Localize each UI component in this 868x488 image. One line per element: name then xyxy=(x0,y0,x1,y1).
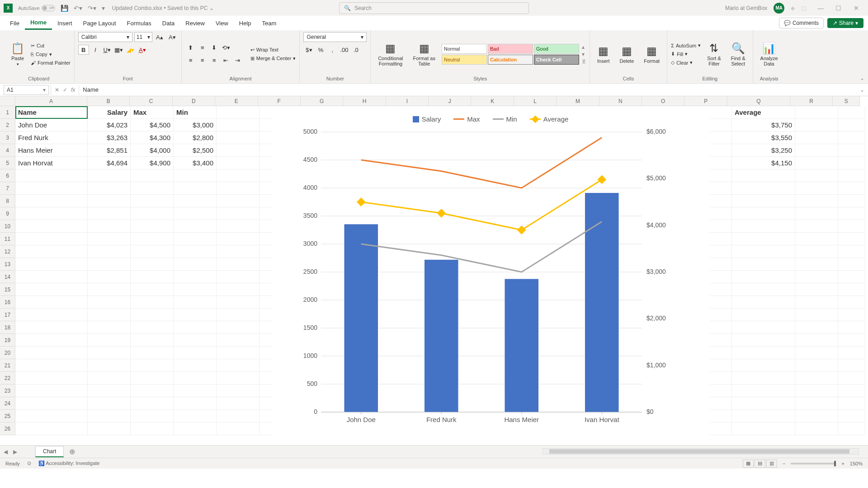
cell-C13[interactable] xyxy=(131,258,174,271)
ribbon-mode-icon[interactable]: ▢ xyxy=(801,5,806,11)
cell-E21[interactable] xyxy=(217,359,259,372)
cell-S24[interactable] xyxy=(838,397,865,410)
align-bottom-button[interactable]: ⬇ xyxy=(209,43,220,53)
cell-R2[interactable] xyxy=(795,119,838,131)
cell-E13[interactable] xyxy=(217,258,259,271)
cut-button[interactable]: ✂ Cut xyxy=(31,43,71,49)
cell-B26[interactable] xyxy=(88,422,131,435)
cell-D12[interactable] xyxy=(174,245,217,258)
row-header-10[interactable]: 10 xyxy=(0,220,15,233)
cell-E18[interactable] xyxy=(217,321,259,334)
cell-E25[interactable] xyxy=(217,410,259,422)
align-left-button[interactable]: ≡ xyxy=(185,56,196,66)
cell-B22[interactable] xyxy=(88,372,131,385)
cell-B12[interactable] xyxy=(88,245,131,258)
cell-S13[interactable] xyxy=(838,258,865,271)
cell-C26[interactable] xyxy=(131,422,174,435)
tab-data[interactable]: Data xyxy=(157,17,180,29)
col-header-E[interactable]: E xyxy=(215,96,258,106)
comma-button[interactable]: , xyxy=(327,45,338,55)
col-header-I[interactable]: I xyxy=(386,96,429,106)
cell-C25[interactable] xyxy=(131,410,174,422)
accessibility-status[interactable]: ♿ Accessibility: Investigate xyxy=(38,460,100,466)
cell-A26[interactable] xyxy=(15,422,88,435)
cell-C22[interactable] xyxy=(131,372,174,385)
delete-cells-button[interactable]: ▦Delete xyxy=(616,43,637,66)
find-select-button[interactable]: 🔍Find & Select xyxy=(727,40,749,68)
cell-D14[interactable] xyxy=(174,271,217,283)
cell-C6[interactable] xyxy=(131,169,174,182)
cell-A3[interactable]: Fred Nurk xyxy=(15,131,88,144)
col-header-S[interactable]: S xyxy=(833,96,860,106)
cell-C4[interactable]: $4,000 xyxy=(131,144,174,157)
bold-button[interactable]: B xyxy=(78,45,89,55)
sheet-nav-prev[interactable]: ◀ xyxy=(4,449,8,455)
cell-B25[interactable] xyxy=(88,410,131,422)
cell-R15[interactable] xyxy=(795,283,838,296)
cell-Q5[interactable]: $4,150 xyxy=(732,157,795,169)
cell-R13[interactable] xyxy=(795,258,838,271)
formula-input[interactable]: Name xyxy=(79,86,856,93)
cell-E2[interactable] xyxy=(217,119,259,131)
cell-Q24[interactable] xyxy=(732,397,795,410)
cell-R14[interactable] xyxy=(795,271,838,283)
cell-D8[interactable] xyxy=(174,195,217,207)
border-button[interactable]: ▦▾ xyxy=(113,45,124,55)
cell-S16[interactable] xyxy=(838,296,865,309)
cell-Q26[interactable] xyxy=(732,422,795,435)
fill-button[interactable]: ⬇ Fill ▾ xyxy=(671,51,701,57)
style-calculation[interactable]: Calculation xyxy=(488,55,533,65)
cell-R10[interactable] xyxy=(795,220,838,233)
wrap-text-button[interactable]: ↩ Wrap Text xyxy=(250,47,296,53)
tab-review[interactable]: Review xyxy=(180,17,210,29)
horizontal-scrollbar[interactable] xyxy=(542,448,859,455)
cell-E7[interactable] xyxy=(217,182,259,195)
conditional-formatting-button[interactable]: ▦Conditional Formatting xyxy=(374,40,406,68)
cell-S21[interactable] xyxy=(838,359,865,372)
cell-R12[interactable] xyxy=(795,245,838,258)
align-right-button[interactable]: ≡ xyxy=(209,56,220,66)
cell-Q6[interactable] xyxy=(732,169,795,182)
cell-E15[interactable] xyxy=(217,283,259,296)
cell-Q16[interactable] xyxy=(732,296,795,309)
row-header-11[interactable]: 11 xyxy=(0,233,15,245)
cell-R19[interactable] xyxy=(795,334,838,347)
row-header-21[interactable]: 21 xyxy=(0,359,15,372)
styles-scroll-down[interactable]: ▾ xyxy=(582,51,586,57)
cell-S8[interactable] xyxy=(838,195,865,207)
cell-E8[interactable] xyxy=(217,195,259,207)
cell-C17[interactable] xyxy=(131,309,174,321)
cell-B11[interactable] xyxy=(88,233,131,245)
cell-E12[interactable] xyxy=(217,245,259,258)
col-header-C[interactable]: C xyxy=(130,96,172,106)
cell-D26[interactable] xyxy=(174,422,217,435)
cell-B5[interactable]: $4,694 xyxy=(88,157,131,169)
style-bad[interactable]: Bad xyxy=(488,44,533,54)
autosave-switch[interactable]: Off xyxy=(42,5,55,11)
cell-Q1[interactable]: Average xyxy=(732,106,795,119)
cancel-formula-icon[interactable]: ✕ xyxy=(55,87,59,93)
tab-page-layout[interactable]: Page Layout xyxy=(78,17,122,29)
row-header-13[interactable]: 13 xyxy=(0,258,15,271)
cell-D5[interactable]: $3,400 xyxy=(174,157,217,169)
row-header-20[interactable]: 20 xyxy=(0,347,15,359)
tab-team[interactable]: Team xyxy=(257,17,282,29)
style-check-cell[interactable]: Check Cell xyxy=(534,55,579,65)
cell-Q14[interactable] xyxy=(732,271,795,283)
cell-B3[interactable]: $3,263 xyxy=(88,131,131,144)
zoom-out-button[interactable]: − xyxy=(783,461,785,466)
cell-A23[interactable] xyxy=(15,385,88,397)
cell-S3[interactable] xyxy=(838,131,865,144)
cell-E3[interactable] xyxy=(217,131,259,144)
cell-Q12[interactable] xyxy=(732,245,795,258)
cell-D6[interactable] xyxy=(174,169,217,182)
cell-C3[interactable]: $4,300 xyxy=(131,131,174,144)
cell-Q4[interactable]: $3,250 xyxy=(732,144,795,157)
cell-A5[interactable]: Ivan Horvat xyxy=(15,157,88,169)
cell-R8[interactable] xyxy=(795,195,838,207)
row-header-25[interactable]: 25 xyxy=(0,410,15,422)
cell-A15[interactable] xyxy=(15,283,88,296)
col-header-R[interactable]: R xyxy=(790,96,833,106)
cell-A19[interactable] xyxy=(15,334,88,347)
cell-S6[interactable] xyxy=(838,169,865,182)
